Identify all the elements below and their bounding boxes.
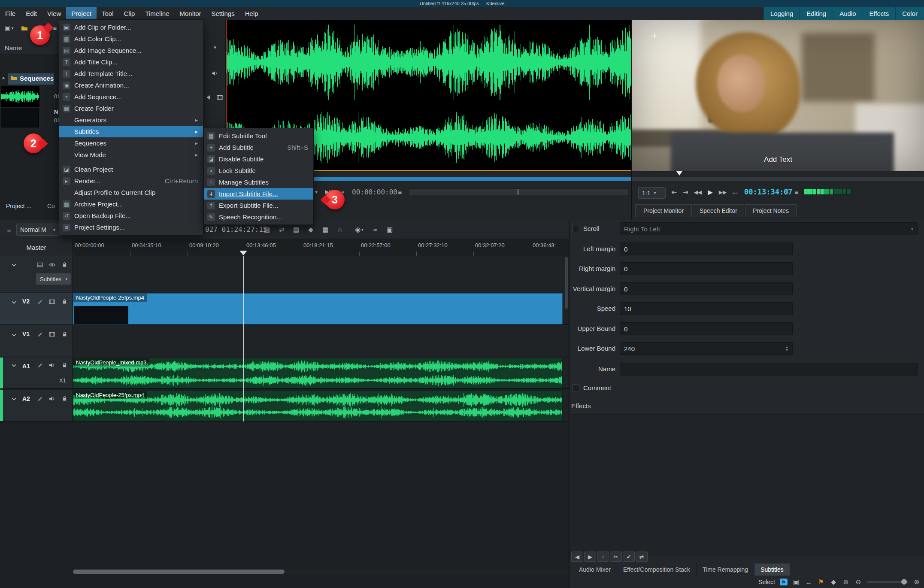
zoom-slider-handle[interactable] xyxy=(901,579,907,585)
upper-bound-field[interactable]: 0 xyxy=(620,322,793,335)
submenu-item-disable-subtitle[interactable]: ◪Disable Subtitle xyxy=(204,153,313,165)
track-id-label[interactable]: V2 xyxy=(22,298,30,305)
lock-icon[interactable] xyxy=(61,298,68,305)
collapse-chevron-icon[interactable] xyxy=(10,363,17,368)
tab-speech-editor[interactable]: Speech Editor xyxy=(693,204,744,217)
timeline-hscrollbar-track[interactable] xyxy=(73,570,569,574)
track-lane-a1[interactable]: NastyOldPeople_mixed.mp3 xyxy=(73,358,569,389)
name-field[interactable] xyxy=(620,363,918,376)
tab-time-remapping[interactable]: Time Remapping xyxy=(697,564,754,576)
zoom-slider[interactable] xyxy=(867,581,908,583)
menu-item-add-title-clip[interactable]: TAdd Title Clip... xyxy=(59,56,203,68)
pencil-icon[interactable] xyxy=(36,298,44,305)
track-id-label[interactable]: V1 xyxy=(22,330,30,337)
play-icon[interactable]: ▶ xyxy=(706,188,715,197)
program-monitor-video[interactable]: + Add Text xyxy=(632,20,924,171)
fast-forward-icon[interactable]: ▶▶ xyxy=(717,188,729,197)
menu-item-render[interactable]: ▸Render...Ctrl+Return xyxy=(59,175,203,187)
clip-monitor-zoombar[interactable] xyxy=(409,188,628,195)
timeline-menu-icon[interactable]: ≡ xyxy=(4,225,14,234)
submenu-item-edit-subtitle-tool[interactable]: ▤Edit Subtitle Tool xyxy=(204,130,313,142)
menu-item-add-color-clip[interactable]: ▩Add Color Clip... xyxy=(59,33,203,45)
tree-expand-icon[interactable]: ▸ xyxy=(3,75,5,81)
extract-zone-icon[interactable]: ▤ xyxy=(291,225,301,234)
snap-icon[interactable]: ◆ xyxy=(830,579,837,585)
timecode-spinner[interactable]: ▲▼ xyxy=(785,188,789,195)
next-subtitle-button[interactable]: ▶ xyxy=(584,552,596,562)
pencil-icon[interactable] xyxy=(36,331,44,338)
timeline-clip-video[interactable]: NastyOldPeople-25fps.mp4 xyxy=(73,293,563,324)
timeline-vscrollbar-thumb[interactable] xyxy=(565,257,568,309)
subtitle-track-select[interactable]: Subtitles ▾ xyxy=(36,273,71,285)
tab-subtitles[interactable]: Subtitles xyxy=(754,564,790,576)
workspace-tab-editing[interactable]: Editing xyxy=(800,7,833,20)
vertical-margin-field[interactable]: 0 xyxy=(620,282,793,295)
menu-item-generators[interactable]: Generators▸ xyxy=(59,114,203,126)
menu-item-add-clip-or-folder[interactable]: ▣Add Clip or Folder... xyxy=(59,21,203,33)
lower-bound-field[interactable]: 240 ▲▼ xyxy=(620,342,793,355)
menu-monitor[interactable]: Monitor xyxy=(174,7,206,20)
program-monitor-seekbar[interactable] xyxy=(632,177,924,181)
monitor-overlay-icon[interactable]: + xyxy=(652,30,657,42)
scroll-checkbox[interactable] xyxy=(572,225,579,232)
tab-project-monitor[interactable]: Project Monitor xyxy=(635,204,692,217)
lock-icon[interactable] xyxy=(61,395,68,402)
subtitle-track-icon[interactable] xyxy=(36,261,44,268)
menu-item-add-image-sequence[interactable]: ▤Add Image Sequence... xyxy=(59,45,203,56)
timeline-clip-audio[interactable]: NastyOldPeople-25fps.mp4 xyxy=(73,391,563,421)
submenu-item-export-subtitle-file[interactable]: ↥Export Subtitle File... xyxy=(204,200,313,211)
sequences-folder-label[interactable]: Sequences xyxy=(20,75,54,82)
menu-item-project-settings[interactable]: ≡Project Settings... xyxy=(59,221,203,233)
track-id-label[interactable]: A2 xyxy=(22,395,30,402)
collapse-chevron-icon[interactable] xyxy=(10,332,17,337)
pencil-icon[interactable] xyxy=(36,395,44,402)
tag-icon[interactable]: ⚑ xyxy=(780,579,788,585)
menu-item-adjust-profile[interactable]: Adjust Profile to Current Clip xyxy=(59,187,203,198)
monitor-zoom-select[interactable]: 1:1 ▾ xyxy=(638,187,666,199)
overwrite-zone-icon[interactable]: ▦ xyxy=(320,225,330,234)
menu-item-subtitles[interactable]: Subtitles▸ xyxy=(59,126,203,137)
workspace-tab-color[interactable]: Color xyxy=(895,7,924,20)
speaker-icon[interactable] xyxy=(48,362,56,369)
monitor-overlay-text[interactable]: Add Text xyxy=(632,155,924,164)
menu-item-create-animation[interactable]: ◉Create Animation... xyxy=(59,79,203,91)
volume-icon[interactable] xyxy=(210,70,219,77)
clip-monitor-menu-icon[interactable]: ≡ xyxy=(396,188,404,196)
tab-effect-composition-stack[interactable]: Effect/Composition Stack xyxy=(617,564,697,576)
prev-subtitle-button[interactable]: ◀ xyxy=(571,552,583,562)
rewind-icon[interactable]: ◀◀ xyxy=(692,188,704,197)
bin-add-clip-button[interactable]: ▣▾ xyxy=(3,24,15,32)
spacer-tool-icon[interactable]: ◆ xyxy=(306,225,316,234)
speaker-icon[interactable] xyxy=(48,395,56,402)
submenu-item-manage-subtitles[interactable]: ≈Manage Subtitles xyxy=(204,176,313,188)
apply-subtitle-button[interactable]: ✔ xyxy=(623,552,635,562)
tab-project-notes[interactable]: Project Notes xyxy=(745,204,797,217)
submenu-item-add-subtitle[interactable]: +Add SubtitleShift+S xyxy=(204,142,313,153)
audio-record-target[interactable] xyxy=(0,358,3,388)
menu-item-add-template-title[interactable]: TAdd Template Title... xyxy=(59,68,203,79)
menu-help[interactable]: Help xyxy=(240,7,264,20)
menu-clip[interactable]: Clip xyxy=(119,7,140,20)
scroll-direction-select[interactable]: Right To Left ▾ xyxy=(620,222,918,235)
markers-icon[interactable]: ⚑ xyxy=(817,579,825,585)
zoom-out-icon[interactable]: ⊖ xyxy=(854,579,862,585)
lock-icon[interactable] xyxy=(61,261,68,268)
bin-video-thumbnail[interactable] xyxy=(1,108,39,127)
menu-item-add-sequence[interactable]: +Add Sequence... xyxy=(59,91,203,103)
zone-start-icon[interactable]: ⇤ xyxy=(670,188,679,197)
menu-settings[interactable]: Settings xyxy=(206,7,240,20)
comment-checkbox[interactable] xyxy=(572,384,579,391)
track-lane-a2[interactable]: NastyOldPeople-25fps.mp4 xyxy=(73,390,569,421)
video-track-icon[interactable] xyxy=(48,298,56,305)
zoom-in-icon[interactable]: ⊕ xyxy=(842,579,850,585)
left-margin-field[interactable]: 0 xyxy=(620,242,793,255)
edit-mode-select[interactable]: Normal M ▾ xyxy=(16,224,59,236)
subtitle-track-lane[interactable] xyxy=(73,256,569,292)
menu-edit[interactable]: Edit xyxy=(21,7,42,20)
dock-tab-compositions[interactable]: Co xyxy=(47,203,55,209)
dock-tab-project-bin[interactable]: Project ... xyxy=(6,203,31,209)
tab-audio-mixer[interactable]: Audio Mixer xyxy=(573,564,617,576)
show-thumbnails-icon[interactable]: ▣ xyxy=(385,225,395,234)
right-margin-field[interactable]: 0 xyxy=(620,262,793,275)
favorite-effects-icon[interactable]: ☆ xyxy=(335,225,345,234)
